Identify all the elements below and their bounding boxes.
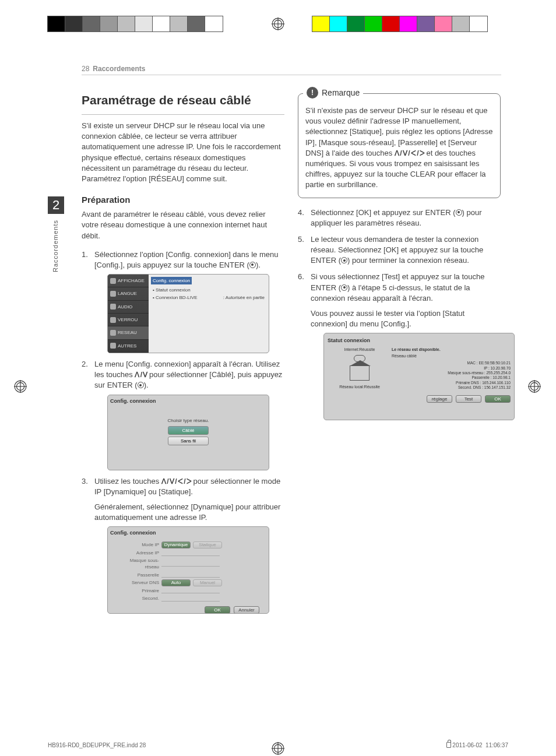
- steps-list-right: Sélectionnez [OK] et appuyez sur ENTER (…: [298, 208, 501, 421]
- running-head: 28Raccordements: [82, 65, 145, 73]
- option-wired: Câblé: [168, 426, 209, 435]
- footer-timestamp: 2011-06-02 ￼ 11:06:37: [452, 742, 508, 748]
- step-1: Sélectionnez l'option [Config. connexion…: [82, 249, 284, 353]
- others-icon: [110, 343, 116, 349]
- remark-box: ! Remarque S'il n'existe pas de serveur …: [298, 93, 501, 198]
- enter-icon: [249, 262, 256, 268]
- page-number: 28: [82, 65, 89, 73]
- enter-icon: [341, 284, 347, 291]
- lock-icon: [446, 742, 451, 748]
- step-5: Le lecteur vous demandera de tester la c…: [298, 234, 501, 266]
- dialog-label: Choisir type réseau.: [110, 417, 266, 424]
- screenshot-connection-status: Statut connexion Internet:Réussite Résea…: [323, 333, 515, 420]
- preparation-heading: Préparation: [82, 195, 284, 205]
- step-6: Si vous sélectionnez [Test] et appuyez s…: [298, 272, 501, 420]
- note-icon: !: [307, 87, 318, 99]
- dialog-title: Config. connexion: [110, 529, 266, 537]
- screenshot-config-menu: AFFICHAGE LANGUE AUDIO VERROU RESEAU AUT…: [107, 274, 269, 353]
- remark-title: Remarque: [322, 88, 360, 97]
- header-rule: [82, 75, 501, 75]
- step-4: Sélectionnez [OK] et appuyez sur ENTER (…: [298, 208, 501, 228]
- page-title: Paramétrage de réseau câblé: [82, 93, 284, 107]
- ok-button: OK: [205, 606, 230, 614]
- chapter-number: 2: [48, 196, 64, 214]
- direction-keys-icon: ᐱ / ᐯ: [135, 371, 147, 379]
- test-button: Test: [456, 395, 481, 403]
- registration-mark-icon: [14, 380, 27, 393]
- intro-paragraph: S'il existe un serveur DHCP sur le résea…: [82, 121, 284, 184]
- registration-bar-color: [312, 16, 487, 31]
- step-3: Utilisez les touches ᐱ / ᐯ / ᐸ / ᐳ pour …: [82, 476, 284, 614]
- chapter-tab: 2 Raccordements: [45, 196, 74, 272]
- footer-filename: HB916-RD0_BDEUPPK_FRE.indd 28: [48, 742, 146, 748]
- registration-mark-icon: [272, 17, 284, 30]
- language-icon: [110, 291, 116, 297]
- screenshot-ip-mode: Config. connexion Mode IPDynamiqueStatiq…: [107, 526, 269, 614]
- enter-icon: [138, 382, 144, 388]
- menu-highlight: Config. connexion: [151, 277, 192, 284]
- preparation-body: Avant de paramétrer le réseau câblé, vou…: [82, 209, 284, 241]
- print-footer: HB916-RD0_BDEUPPK_FRE.indd 28 2011-06-02…: [48, 742, 508, 748]
- steps-list-left: Sélectionnez l'option [Config. connexion…: [82, 249, 284, 614]
- display-icon: [110, 278, 116, 284]
- title-rule: [82, 114, 284, 115]
- screenshot-network-type: Config. connexion Choisir type réseau. C…: [107, 395, 269, 470]
- lock-icon: [110, 317, 116, 323]
- registration-mark-icon: [528, 380, 541, 393]
- house-icon: [350, 365, 370, 381]
- option-wireless: Sans fil: [168, 437, 209, 445]
- dialog-title: Config. connexion: [110, 398, 266, 405]
- network-icon: [110, 330, 116, 336]
- chapter-label: Raccordements: [52, 220, 59, 272]
- section-title: Raccordements: [93, 65, 145, 73]
- direction-keys-icon: ᐱ / ᐯ / ᐸ / ᐳ: [161, 477, 191, 486]
- enter-icon: [341, 257, 347, 263]
- ok-button: OK: [485, 395, 511, 403]
- cancel-button: Annuler: [234, 606, 259, 614]
- step-2: Le menu [Config. connexion] apparaît à l…: [82, 359, 284, 470]
- enter-icon: [456, 209, 462, 216]
- settings-button: réglage: [427, 395, 452, 403]
- registration-bar-gray: [48, 16, 223, 31]
- direction-keys-icon: ᐱ / ᐯ / ᐸ / ᐳ: [395, 149, 424, 157]
- audio-icon: [110, 304, 116, 310]
- dialog-title: Statut connexion: [328, 337, 511, 344]
